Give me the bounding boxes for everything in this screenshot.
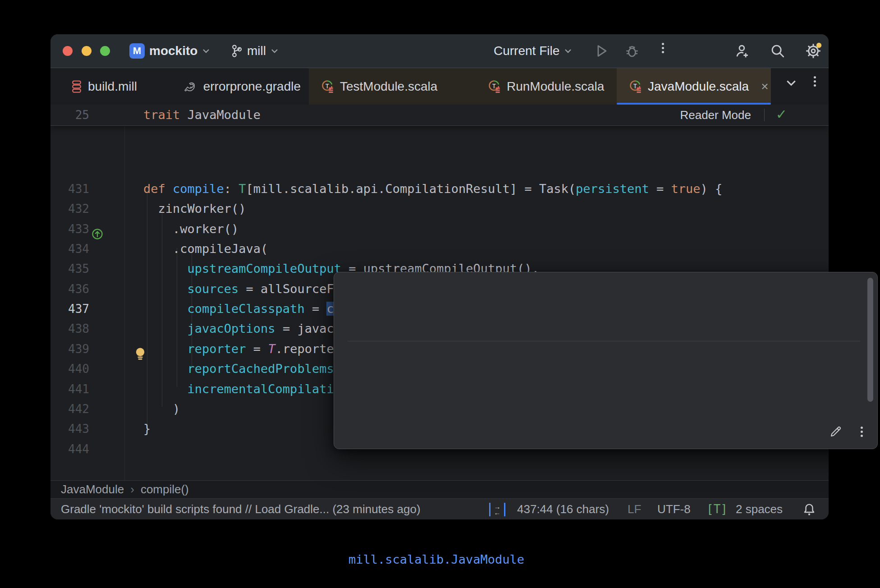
hidden-tabs-chevron[interactable] (785, 79, 797, 87)
inspection-ok-icon[interactable]: ✓ (776, 105, 787, 125)
close-window-button[interactable] (63, 46, 73, 56)
breadcrumb-item[interactable]: JavaModule (61, 482, 124, 496)
tab-label: errorprone.gradle (203, 79, 301, 94)
line-number[interactable]: 443 (50, 419, 89, 439)
encoding-indicator[interactable]: UTF-8 (657, 499, 691, 519)
line-number[interactable]: 433 (50, 219, 89, 239)
line-number[interactable]: 440 (50, 359, 89, 379)
scala-file-icon: T (321, 79, 334, 94)
title-bar: M mockito mill Current File (50, 34, 829, 68)
code-line[interactable]: .worker() (143, 219, 238, 239)
edit-source-icon[interactable] (829, 425, 843, 438)
line-number[interactable]: 432 (50, 199, 89, 219)
run-button[interactable] (594, 34, 609, 68)
chevron-down-icon (270, 48, 279, 54)
code-line[interactable]: incrementalCompilatio (143, 379, 341, 399)
scala-file-icon: T (628, 79, 642, 94)
svg-text:T: T (633, 83, 637, 90)
code-line[interactable]: .compileJava( (143, 239, 268, 259)
search-icon (769, 42, 786, 60)
chevron-down-icon (564, 48, 572, 54)
svg-text:T: T (492, 83, 496, 90)
type-indicator[interactable]: [T] (706, 499, 728, 519)
git-branch-icon (231, 44, 243, 58)
overrides-marker-icon[interactable] (91, 228, 104, 240)
reader-mode-label[interactable]: Reader Mode (680, 105, 751, 125)
line-number[interactable]: 442 (50, 399, 89, 419)
line-number[interactable]: 434 (50, 239, 89, 259)
code-line[interactable]: } (143, 419, 151, 439)
debug-button[interactable] (624, 34, 640, 68)
code-line[interactable]: javacOptions = javacO (143, 319, 341, 339)
code-line[interactable]: def compile: T[mill.scalalib.api.Compila… (143, 179, 722, 199)
project-widget[interactable]: M mockito (129, 34, 210, 68)
line-number[interactable]: 436 (50, 279, 89, 299)
line-number[interactable]: 437 (50, 299, 89, 319)
tab-label: build.mill (88, 79, 137, 94)
bug-icon (624, 43, 640, 59)
settings-notification-dot (816, 43, 821, 48)
gradle-file-icon (184, 81, 197, 92)
status-bar: Gradle 'mockito' build scripts found // … (50, 498, 829, 519)
indent-indicator[interactable]: 2 spaces (736, 499, 783, 519)
tab-runmodule-scala[interactable]: T RunModule.scala (476, 68, 617, 105)
tab-javamodule-scala[interactable]: T JavaModule.scala × (617, 68, 771, 105)
notifications-bell-icon[interactable] (802, 502, 816, 517)
line-number[interactable]: 439 (50, 339, 89, 359)
chevron-down-icon (202, 48, 210, 54)
add-user-icon (734, 42, 751, 60)
tab-label: JavaModule.scala (648, 79, 749, 94)
caret-position[interactable]: 437:44 (16 chars) (517, 499, 609, 519)
run-configuration-label: Current File (494, 44, 559, 58)
tab-build-mill[interactable]: build.mill (60, 68, 172, 105)
code-with-me-button[interactable] (734, 34, 751, 68)
code-line[interactable]: ) (143, 399, 180, 419)
mill-file-icon (71, 80, 82, 93)
project-icon: M (129, 43, 145, 59)
gradle-sync-icon[interactable]: →← (489, 503, 505, 516)
tab-label: TestModule.scala (340, 79, 437, 94)
popup-more-options-button[interactable] (857, 425, 866, 439)
search-everywhere-button[interactable] (769, 34, 786, 68)
sticky-line-code: trait JavaModule (143, 105, 261, 125)
scala-file-icon: T (487, 79, 501, 94)
code-line[interactable]: reporter = T.reporter (143, 339, 341, 359)
gear-icon (804, 42, 822, 60)
run-configuration-widget[interactable]: Current File (494, 34, 572, 68)
divider (764, 109, 765, 121)
lightbulb-icon[interactable] (133, 346, 147, 362)
line-number[interactable]: 438 (50, 319, 89, 339)
line-number[interactable]: 431 (50, 179, 89, 199)
line-number[interactable]: 441 (50, 379, 89, 399)
popup-signature: def compileClasspath: T[Agg[PathRef]] (348, 586, 620, 588)
more-actions-button[interactable] (658, 34, 667, 68)
gutter-separator (124, 125, 125, 480)
code-line[interactable]: reportCachedProblems (143, 359, 334, 379)
minimize-window-button[interactable] (82, 46, 92, 56)
vcs-branch-widget[interactable]: mill (231, 34, 279, 68)
tab-label: RunModule.scala (507, 79, 604, 94)
sticky-line-number: 25 (50, 105, 89, 125)
quick-documentation-popup[interactable]: mill.scalalib.JavaModule def compileClas… (334, 272, 878, 449)
sticky-line-header[interactable]: 25 trait JavaModule Reader Mode ✓ (50, 105, 829, 126)
status-message[interactable]: Gradle 'mockito' build scripts found // … (61, 499, 421, 519)
line-number[interactable]: 435 (50, 259, 89, 279)
breadcrumb-separator: › (130, 482, 134, 496)
line-ending-indicator[interactable]: LF (628, 499, 641, 519)
tab-errorprone-gradle[interactable]: errorprone.gradle (172, 68, 301, 105)
project-name: mockito (149, 44, 197, 58)
tab-options-button[interactable] (810, 74, 819, 88)
line-number[interactable]: 444 (50, 439, 89, 459)
tab-testmodule-scala[interactable]: T TestModule.scala (309, 68, 476, 105)
code-line[interactable]: zincWorker() (143, 199, 246, 219)
popup-qualified-name[interactable]: mill.scalalib.JavaModule (348, 552, 524, 566)
branch-name: mill (247, 44, 266, 58)
breadcrumb-item[interactable]: compile() (141, 482, 189, 496)
popup-scrollbar-thumb[interactable] (867, 278, 873, 402)
divider (348, 341, 860, 341)
svg-text:T: T (325, 83, 329, 90)
settings-button[interactable] (804, 34, 822, 68)
zoom-window-button[interactable] (100, 46, 110, 56)
close-tab-icon[interactable]: × (761, 79, 768, 94)
editor-tab-bar: build.mill errorprone.gradle T TestModul… (50, 68, 829, 105)
